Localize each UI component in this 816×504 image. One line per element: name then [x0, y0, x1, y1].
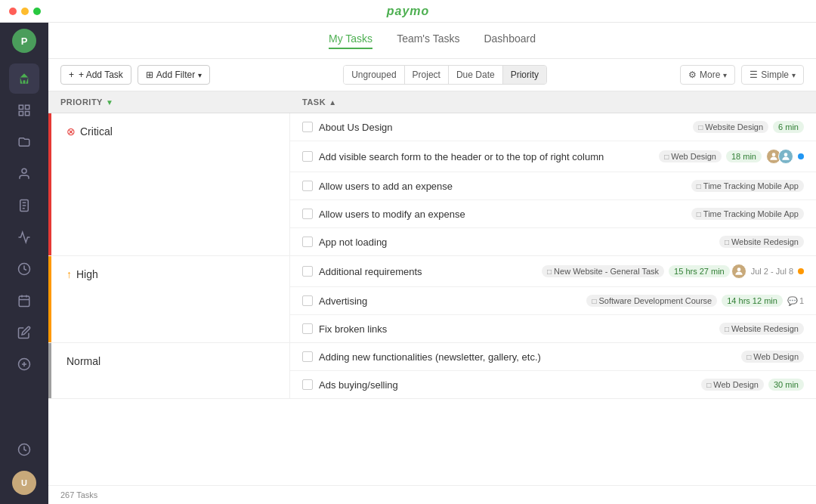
- table-row[interactable]: Fix broken links □ Website Redesign: [290, 315, 816, 342]
- project-tag: □ Software Development Course: [586, 295, 717, 307]
- more-button[interactable]: ⚙ More ▾: [680, 65, 735, 85]
- sidebar-item-edit[interactable]: [9, 317, 39, 348]
- sidebar-item-analytics[interactable]: [9, 222, 39, 252]
- priority-group-normal: Normal Adding new functionalities (newsl…: [48, 343, 816, 399]
- add-filter-button[interactable]: ⊞ Add Filter ▾: [138, 65, 210, 85]
- project-tag: □ New Website - General Task: [542, 265, 664, 277]
- chevron-down-icon: ▾: [198, 71, 202, 79]
- tab-teams-tasks[interactable]: Team's Tasks: [397, 32, 459, 49]
- table-row[interactable]: Add visible search form to the header or…: [290, 141, 816, 172]
- task-checkbox[interactable]: [302, 295, 313, 306]
- project-tag: □ Website Redesign: [719, 323, 804, 335]
- grouping-priority[interactable]: Priority: [503, 66, 546, 84]
- task-checkbox[interactable]: [302, 379, 313, 390]
- task-meta: □ Website Redesign: [719, 323, 804, 335]
- table-row[interactable]: Advertising □ Software Development Cours…: [290, 287, 816, 315]
- sidebar-item-timer[interactable]: [9, 434, 39, 465]
- avatar-group: [766, 149, 793, 164]
- high-icon: ↑: [66, 268, 72, 280]
- priority-label-critical: ⊗ Critical: [48, 113, 290, 255]
- task-checkbox[interactable]: [302, 122, 313, 132]
- close-button[interactable]: [9, 8, 17, 15]
- task-meta: □ Time Tracking Mobile App: [691, 208, 804, 220]
- task-meta: □ Website Design 6 min: [693, 121, 804, 133]
- avatar: [731, 264, 746, 279]
- project-tag: □ Time Tracking Mobile App: [691, 208, 804, 220]
- table-row[interactable]: About Us Design □ Website Design 6 min: [290, 113, 816, 141]
- task-checkbox[interactable]: [302, 181, 313, 191]
- task-name: Allow users to add an expense: [319, 181, 453, 192]
- chevron-down-icon: ▾: [723, 71, 727, 79]
- grouping-project[interactable]: Project: [405, 66, 449, 84]
- project-tag: □ Website Redesign: [719, 236, 804, 248]
- time-badge: 14 hrs 12 min: [722, 295, 783, 307]
- date-range: Jul 2 - Jul 8: [751, 267, 793, 276]
- project-tag: □ Web Design: [741, 351, 804, 363]
- grouping-due-date[interactable]: Due Date: [449, 66, 503, 84]
- task-name: Additional requirements: [319, 266, 422, 277]
- task-meta: □ New Website - General Task 15 hrs 27 m…: [542, 264, 804, 279]
- task-checkbox[interactable]: [302, 237, 313, 247]
- svg-point-4: [22, 169, 26, 173]
- tab-dashboard[interactable]: Dashboard: [484, 32, 536, 49]
- simple-button[interactable]: ☰ Simple ▾: [741, 65, 804, 85]
- priority-group-critical: ⊗ Critical About Us Design □ Website Des…: [48, 113, 816, 256]
- table-body: ⊗ Critical About Us Design □ Website Des…: [48, 113, 816, 485]
- svg-point-19: [784, 153, 788, 156]
- priority-group-high: ↑ High Additional requirements □ New Web…: [48, 256, 816, 343]
- task-checkbox[interactable]: [302, 151, 313, 162]
- table-row[interactable]: Adding new functionalities (newsletter, …: [290, 343, 816, 371]
- task-checkbox[interactable]: [302, 323, 313, 334]
- project-tag: □ Web Design: [659, 150, 722, 162]
- critical-icon: ⊗: [66, 125, 76, 138]
- table-row[interactable]: Ads buying/selling □ Web Design 30 min: [290, 371, 816, 398]
- sidebar: P: [0, 23, 48, 504]
- sidebar-item-clients[interactable]: [9, 159, 39, 189]
- table-row[interactable]: Allow users to add an expense □ Time Tra…: [290, 172, 816, 200]
- task-checkbox[interactable]: [302, 351, 313, 362]
- priority-bar-high: [48, 256, 51, 342]
- footer-bar: 267 Tasks: [48, 485, 816, 504]
- status-dot: [798, 153, 804, 159]
- grouping-ungrouped[interactable]: Ungrouped: [344, 66, 404, 84]
- tab-my-tasks[interactable]: My Tasks: [329, 32, 372, 49]
- sidebar-item-invoices[interactable]: [9, 190, 39, 221]
- project-tag: □ Time Tracking Mobile App: [691, 180, 804, 192]
- table-row[interactable]: Allow users to modify an expense □ Time …: [290, 200, 816, 228]
- task-checkbox[interactable]: [302, 209, 313, 219]
- sidebar-item-home[interactable]: [9, 63, 39, 94]
- maximize-button[interactable]: [33, 8, 41, 15]
- time-badge: 6 min: [773, 121, 804, 133]
- sidebar-item-projects[interactable]: [9, 127, 39, 157]
- add-task-button[interactable]: + + Add Task: [60, 65, 131, 85]
- task-name: Ads buying/selling: [319, 379, 398, 391]
- time-badge: 15 hrs 27 min: [669, 265, 730, 277]
- table-row[interactable]: Additional requirements □ New Website - …: [290, 256, 816, 287]
- sidebar-item-add[interactable]: [9, 349, 39, 379]
- priority-bar-critical: [48, 113, 51, 255]
- window-controls: [9, 8, 41, 15]
- sidebar-item-calendar[interactable]: [9, 286, 39, 316]
- priority-name-critical: ⊗ Critical: [60, 125, 113, 138]
- priority-label-high: ↑ High: [48, 256, 290, 342]
- table-row[interactable]: App not loading □ Website Redesign: [290, 228, 816, 255]
- task-checkbox[interactable]: [302, 266, 313, 277]
- toolbar: + + Add Task ⊞ Add Filter ▾ Ungrouped Pr…: [48, 59, 816, 91]
- column-header-priority: PRIORITY ▼: [48, 91, 290, 113]
- table-header: PRIORITY ▼ TASK ▲: [48, 91, 816, 113]
- task-name: Fix broken links: [319, 323, 387, 335]
- sidebar-item-time[interactable]: [9, 254, 39, 284]
- sort-icon[interactable]: ▲: [329, 98, 336, 107]
- minimize-button[interactable]: [21, 8, 29, 15]
- sidebar-logo: P: [12, 29, 36, 53]
- project-icon: □: [698, 123, 703, 131]
- user-avatar[interactable]: U: [12, 471, 36, 495]
- project-icon: □: [725, 325, 729, 333]
- project-icon: □: [547, 267, 552, 276]
- sort-icon[interactable]: ▼: [106, 98, 113, 107]
- project-icon: □: [592, 297, 596, 305]
- svg-point-18: [772, 153, 776, 156]
- sidebar-item-reports[interactable]: [9, 95, 39, 125]
- project-tag: □ Website Design: [693, 121, 768, 133]
- gear-icon: ⚙: [688, 70, 697, 80]
